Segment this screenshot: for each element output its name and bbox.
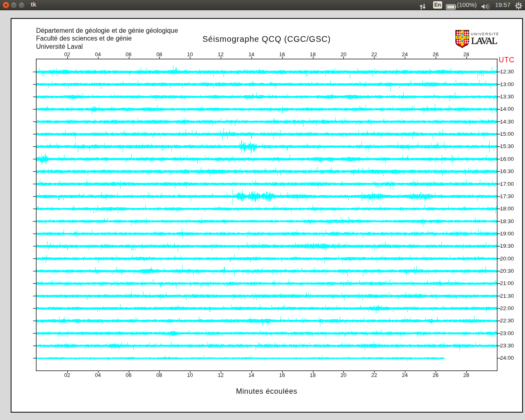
svg-text:LAVAL: LAVAL [471,35,498,46]
